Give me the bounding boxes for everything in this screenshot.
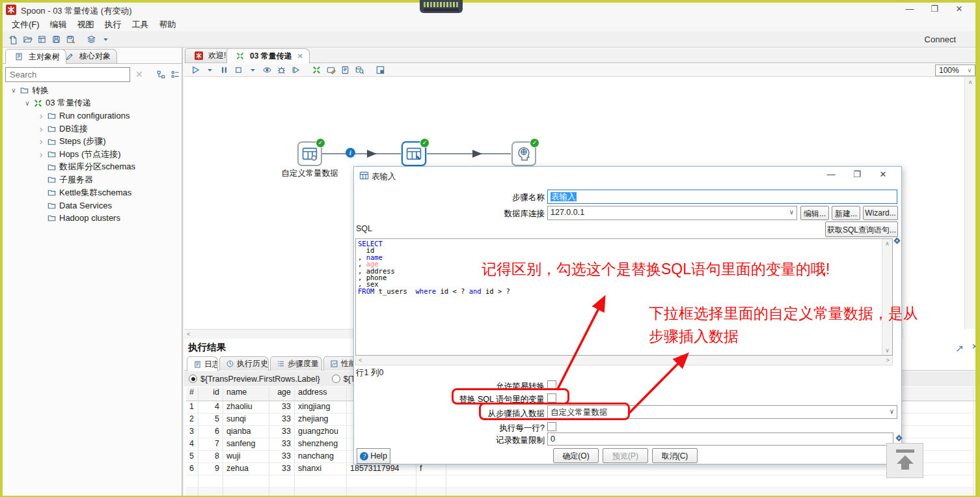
tree-item-DB连接[interactable]: ›DB连接 [3,122,182,135]
search-input[interactable] [5,67,130,82]
replace-variables-checkbox[interactable] [547,393,556,403]
limit-input[interactable]: 0 [547,433,893,446]
stop-icon[interactable] [231,64,245,77]
minimize-button[interactable]: — [897,4,922,14]
empty-row[interactable] [186,488,975,496]
hop-info-icon[interactable]: i [346,148,355,158]
verify-transformation-icon[interactable] [309,64,323,77]
caret-down-icon[interactable] [245,64,260,77]
empty-row[interactable] [186,476,975,488]
table-row-6[interactable]: 69zehua33shanxi18573117994f [186,463,975,476]
first-rows-radio[interactable] [189,375,197,383]
menu-item-1[interactable]: 编辑 [45,18,72,32]
tree-item-Kettle集群schemas[interactable]: Kettle集群schemas [3,186,182,199]
step-custom-constant-data[interactable]: ✓ 自定义常量数据 [267,141,352,179]
save-icon[interactable] [49,33,63,46]
tree-item-Hadoop-clusters[interactable]: Hadoop clusters [3,212,182,225]
connections-view-icon[interactable] [154,68,168,81]
tree-item-Run-configurations[interactable]: ›Run configurations [3,109,182,122]
canvas-vertical-scrollbar[interactable]: ∧ [964,77,975,329]
preview-eye-icon[interactable] [260,64,274,77]
cell: 33 [269,451,295,462]
tree-item-数据库分区schemas[interactable]: 数据库分区schemas [3,161,182,174]
generate-sql-icon[interactable] [338,64,352,77]
tab-transformation[interactable]: 03 常量传递 ✕ [226,48,310,63]
close-button[interactable]: ✕ [947,4,972,14]
connect-button[interactable]: Connect [921,33,960,46]
save-as-icon[interactable] [63,33,77,46]
caret-down-icon[interactable] [98,33,113,46]
sql-horizontal-scrollbar[interactable]: <> [355,356,893,365]
new-connection-button[interactable]: 新建... [832,206,860,220]
cell: age [269,387,295,401]
tab-welcome[interactable]: 欢迎! [185,48,232,63]
dialog-minimize-button[interactable]: — [818,169,844,179]
open-file-icon[interactable] [20,33,34,46]
tree-item-Steps-(步骤)[interactable]: ›Steps (步骤) [3,135,182,148]
sql-editor[interactable]: SELECT id, name, age, address, phone, se… [355,238,893,356]
tree-item-03-常量传递[interactable]: ∨03 常量传递 [3,97,182,110]
preview-button[interactable]: 预览(P) [603,448,648,463]
tree-item-转换[interactable]: ∨转换 [3,84,182,97]
clear-search-icon[interactable]: ✕ [135,69,143,79]
lazy-conversion-checkbox[interactable] [547,380,556,390]
tree-item-label: 转换 [32,85,49,96]
results-tab-1[interactable]: 执行历史 [219,356,269,371]
results-tab-0[interactable]: 日志 [187,356,218,371]
explore-repository-icon[interactable] [34,33,49,46]
replay-icon[interactable] [288,64,303,77]
wizard-button[interactable]: Wizard... [863,206,898,220]
help-button[interactable]: ?Help [357,448,390,464]
explore-database-icon[interactable] [352,64,366,77]
menu-item-5[interactable]: 帮助 [154,18,182,32]
show-hide-results-icon[interactable] [373,64,387,77]
chevron-collapsed-icon[interactable]: › [36,149,46,160]
close-panel-icon[interactable]: ✕ [972,342,975,355]
tree-item-label: 子服务器 [59,174,93,186]
chevron-expanded-icon[interactable]: ∨ [23,100,32,107]
maximize-panel-icon[interactable] [952,342,966,355]
impact-analysis-icon[interactable] [323,64,338,77]
edit-connection-button[interactable]: 编辑... [800,206,829,220]
execute-each-row-checkbox[interactable] [547,422,556,431]
restore-button[interactable]: ❐ [922,4,947,14]
results-tab-2[interactable]: 步骤度量 [270,356,322,371]
tree-item-label: Hadoop clusters [59,213,120,223]
list-view-icon[interactable] [168,68,182,81]
db-connection-combo[interactable]: 127.0.0.1∨ [547,206,797,220]
new-file-icon[interactable] [6,33,20,46]
run-icon[interactable] [188,64,202,77]
perf-chart-icon [330,358,338,371]
chevron-collapsed-icon[interactable]: › [36,136,46,147]
get-sql-button[interactable]: 获取SQL查询语句... [825,221,898,237]
chevron-expanded-icon[interactable]: ∨ [9,87,18,94]
sql-vertical-scrollbar[interactable]: ∧∨ [882,239,892,355]
tree-item-Data-Services[interactable]: Data Services [3,199,182,212]
step-name-input[interactable]: 表输入 [547,190,897,204]
menu-item-0[interactable]: 文件(F) [7,18,45,32]
debug-icon[interactable] [274,64,288,77]
menu-item-2[interactable]: 视图 [72,18,100,32]
tree-item-label: DB连接 [59,123,88,135]
cancel-button[interactable]: 取消(C) [652,448,698,463]
scroll-to-top-button[interactable] [886,443,923,478]
ok-button[interactable]: 确定(O) [553,448,599,463]
chevron-collapsed-icon[interactable]: › [36,124,46,134]
menu-item-4[interactable]: 工具 [127,18,154,32]
tab-main-object-tree[interactable]: 主对象树 [5,49,66,64]
zoom-select[interactable]: 100%∨ [935,64,975,76]
dialog-maximize-button[interactable]: ❐ [844,169,870,179]
pause-icon[interactable] [217,64,231,77]
cell: zhejiang [295,414,347,425]
caret-down-icon[interactable] [202,64,217,77]
dialog-close-button[interactable]: ✕ [870,169,896,179]
last-rows-radio[interactable] [332,375,340,383]
menu-item-3[interactable]: 执行 [100,18,127,32]
perspective-layers-icon[interactable] [84,33,98,46]
cell: 7 [198,438,223,450]
insert-data-combo[interactable]: 自定义常量数据∨ [547,405,897,419]
chevron-collapsed-icon[interactable]: › [36,111,46,121]
tree-item-Hops-(节点连接)[interactable]: ›Hops (节点连接) [3,148,182,161]
tree-item-子服务器[interactable]: 子服务器 [3,173,182,186]
close-tab-icon[interactable]: ✕ [297,52,303,61]
